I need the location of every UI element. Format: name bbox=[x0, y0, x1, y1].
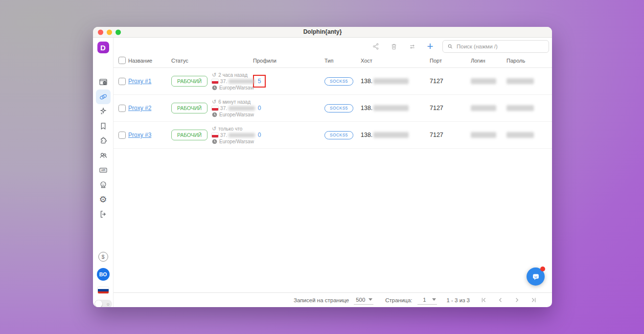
sidebar-item-settings[interactable]: ⚙ bbox=[96, 192, 111, 207]
column-header-port[interactable]: Порт bbox=[430, 58, 471, 64]
login-blurred bbox=[471, 132, 496, 138]
share-button[interactable] bbox=[370, 41, 382, 52]
pagination-bar: Записей на странице 500 Страница: 1 1 - … bbox=[114, 292, 552, 307]
extensions-icon bbox=[98, 136, 108, 146]
column-header-password[interactable]: Пароль bbox=[506, 58, 552, 64]
timezone: Europe/Warsaw bbox=[219, 139, 254, 144]
row-checkbox[interactable] bbox=[118, 132, 126, 139]
balance-icon[interactable]: $ bbox=[98, 252, 108, 262]
toolbar: + bbox=[114, 38, 552, 53]
browser-profiles-icon bbox=[98, 77, 108, 87]
maximize-window-button[interactable] bbox=[115, 29, 121, 35]
history-icon: ↺ bbox=[212, 99, 216, 105]
search-icon bbox=[447, 43, 454, 50]
close-window-button[interactable] bbox=[98, 29, 103, 35]
bookmarks-icon bbox=[98, 121, 108, 131]
port: 7127 bbox=[430, 78, 443, 85]
share-icon bbox=[372, 43, 380, 50]
search-input[interactable] bbox=[457, 44, 545, 49]
next-page-button[interactable] bbox=[511, 294, 523, 306]
sidebar-item-automation[interactable] bbox=[96, 104, 111, 119]
login-blurred bbox=[471, 78, 496, 84]
chevron-down-icon bbox=[432, 298, 436, 301]
password-blurred bbox=[506, 78, 534, 84]
poland-flag-icon bbox=[212, 79, 218, 84]
profiles-count-link[interactable]: 0 bbox=[258, 105, 261, 111]
automation-icon bbox=[98, 107, 108, 116]
proxy-type-badge: SOCKS5 bbox=[324, 104, 353, 112]
proxy-meta: ↺ только что 37. Europe/Warsaw bbox=[212, 126, 255, 144]
row-checkbox[interactable] bbox=[118, 105, 126, 112]
sidebar-item-bookmarks[interactable] bbox=[96, 119, 111, 134]
last-check-time: 6 минут назад bbox=[218, 99, 251, 105]
table-header: Название Статус Профили Тип Хост Порт Ло… bbox=[114, 53, 552, 68]
minimize-window-button[interactable] bbox=[107, 29, 112, 35]
column-header-login[interactable]: Логин bbox=[471, 58, 506, 64]
column-header-profiles[interactable]: Профили bbox=[253, 58, 324, 64]
status-badge: РАБОЧИЙ bbox=[171, 76, 207, 87]
russia-flag-icon[interactable] bbox=[98, 287, 109, 293]
chat-widget-button[interactable] bbox=[527, 267, 545, 286]
host-blurred bbox=[373, 132, 409, 138]
proxy-icon bbox=[98, 92, 108, 102]
page-select[interactable]: 1 bbox=[417, 296, 437, 305]
table-row: Proxy #1 РАБОЧИЙ ↺ 2 часа назад 37. Euro… bbox=[114, 68, 552, 95]
status-badge: РАБОЧИЙ bbox=[171, 103, 207, 113]
prev-page-button[interactable] bbox=[494, 294, 506, 306]
ip-blurred bbox=[229, 79, 255, 84]
column-header-status[interactable]: Статус bbox=[171, 58, 253, 64]
proxy-type-badge: SOCKS5 bbox=[324, 131, 353, 139]
first-page-button[interactable] bbox=[478, 294, 489, 306]
row-checkbox[interactable] bbox=[118, 78, 126, 85]
proxy-meta: ↺ 2 часа назад 37. Europe/Warsaw bbox=[212, 72, 255, 90]
theme-toggle[interactable]: ☼ bbox=[94, 300, 112, 307]
proxy-name-link[interactable]: Proxy #3 bbox=[128, 132, 151, 138]
page-value: 1 bbox=[423, 297, 426, 303]
sidebar-item-api[interactable]: API bbox=[96, 163, 111, 178]
proxy-name-link[interactable]: Proxy #2 bbox=[128, 105, 151, 111]
select-all-checkbox[interactable] bbox=[118, 57, 126, 64]
ip-blurred bbox=[229, 106, 255, 111]
ip-prefix: 37. bbox=[220, 133, 227, 138]
sidebar-item-team[interactable] bbox=[96, 148, 111, 163]
sidebar-item-extensions[interactable] bbox=[96, 134, 111, 148]
last-page-button[interactable] bbox=[528, 294, 539, 306]
chevron-left-icon bbox=[497, 296, 504, 304]
titlebar: Dolphin{anty} bbox=[93, 27, 552, 38]
column-header-name[interactable]: Название bbox=[128, 58, 171, 64]
column-header-host[interactable]: Хост bbox=[361, 58, 430, 64]
settings-icon: ⚙ bbox=[99, 195, 107, 204]
ip-blurred bbox=[229, 133, 255, 137]
proxy-type-badge: SOCKS5 bbox=[324, 77, 353, 86]
support-icon bbox=[98, 180, 108, 190]
add-proxy-button[interactable]: + bbox=[424, 41, 436, 52]
proxy-name-link[interactable]: Proxy #1 bbox=[128, 78, 151, 85]
avatar[interactable]: BO bbox=[97, 268, 110, 281]
per-page-select[interactable]: 500 bbox=[354, 296, 373, 305]
chat-bubble-icon bbox=[531, 272, 541, 282]
profiles-count-link[interactable]: 5 bbox=[258, 78, 261, 85]
proxy-meta: ↺ 6 минут назад 37. Europe/Warsaw bbox=[212, 99, 255, 117]
first-page-icon bbox=[480, 296, 487, 304]
delete-button[interactable] bbox=[388, 41, 400, 52]
dolphin-logo: D bbox=[97, 42, 109, 53]
transfer-button[interactable] bbox=[406, 41, 418, 52]
profiles-count-link[interactable]: 0 bbox=[258, 132, 261, 138]
status-badge: РАБОЧИЙ bbox=[171, 130, 207, 140]
sidebar-item-logout[interactable] bbox=[96, 207, 111, 222]
sidebar-item-proxies[interactable] bbox=[96, 89, 111, 104]
host-blurred bbox=[373, 78, 409, 84]
svg-text:API: API bbox=[101, 169, 105, 172]
logout-icon bbox=[98, 209, 108, 219]
per-page-label: Записей на странице bbox=[294, 297, 349, 303]
search-box[interactable] bbox=[442, 40, 549, 53]
page-label: Страница: bbox=[385, 297, 412, 303]
sidebar: D bbox=[93, 38, 114, 307]
sidebar-item-browser-profiles[interactable] bbox=[96, 75, 111, 89]
port: 7127 bbox=[430, 105, 443, 111]
column-header-type[interactable]: Тип bbox=[324, 58, 361, 64]
sidebar-item-support[interactable] bbox=[96, 178, 111, 192]
table-row: Proxy #3 РАБОЧИЙ ↺ только что 37. Europe… bbox=[114, 122, 552, 149]
api-icon: API bbox=[98, 165, 108, 175]
poland-flag-icon bbox=[212, 106, 218, 111]
